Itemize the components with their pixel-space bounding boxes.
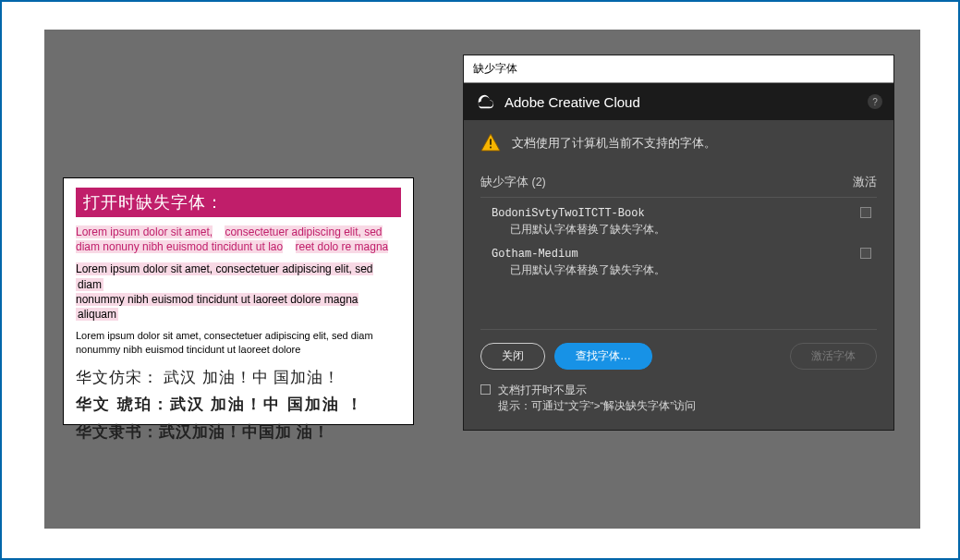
font-status: 已用默认字体替换了缺失字体。 <box>492 263 873 277</box>
missing-count: 缺少字体 (2) <box>480 175 546 190</box>
cc-title: Adobe Creative Cloud <box>504 94 640 110</box>
warning-row: 文档使用了计算机当前不支持的字体。 <box>480 133 877 154</box>
activate-checkbox[interactable] <box>860 248 871 259</box>
font-item[interactable]: BodoniSvtyTwoITCTT-Book 已用默认字体替换了缺失字体。 <box>480 203 877 244</box>
close-button[interactable]: 关闭 <box>480 343 545 370</box>
activate-checkbox[interactable] <box>860 207 871 218</box>
activate-col: 激活 <box>853 175 877 190</box>
font-name: BodoniSvtyTwoITCTT-Book <box>492 207 873 220</box>
warning-text: 文档使用了计算机当前不支持的字体。 <box>512 136 716 152</box>
para-2: Lorem ipsum dolor sit amet, consectetuer… <box>76 262 401 322</box>
font-status: 已用默认字体替换了缺失字体。 <box>492 223 873 237</box>
activate-fonts-button: 激活字体 <box>790 343 877 370</box>
help-icon[interactable]: ? <box>868 94 882 109</box>
font-list: BodoniSvtyTwoITCTT-Book 已用默认字体替换了缺失字体。 G… <box>480 197 877 285</box>
creative-cloud-bar: Adobe Creative Cloud ? <box>464 83 893 120</box>
document-preview: 打开时缺失字体： Lorem ipsum dolor sit amet, con… <box>63 177 414 425</box>
cjk-line-1: 华文仿宋： 武汉 加油！中 国加油！ <box>76 366 401 390</box>
dialog-title: 缺少字体 <box>464 55 893 83</box>
svg-rect-1 <box>490 147 492 149</box>
font-list-header: 缺少字体 (2) 激活 <box>480 175 877 190</box>
font-name: Gotham-Medium <box>492 248 873 261</box>
cjk-line-3: 华文隶书：武汉加油！中国加 油！ <box>76 420 401 444</box>
divider <box>480 329 877 330</box>
para-3: Lorem ipsum dolor sit amet, consectetuer… <box>76 329 401 357</box>
font-item[interactable]: Gotham-Medium 已用默认字体替换了缺失字体。 <box>480 244 877 285</box>
dont-show-checkbox[interactable] <box>480 384 491 395</box>
para-1: Lorem ipsum dolor sit amet, consectetuer… <box>76 225 401 254</box>
find-fonts-button[interactable]: 查找字体… <box>554 343 652 370</box>
creative-cloud-icon <box>475 91 495 112</box>
cjk-line-2: 华文 琥珀：武汉 加油！中 国加油 ！ <box>76 393 401 417</box>
hint-text: 提示：可通过“文字”>“解决缺失字体”访问 <box>498 398 696 414</box>
warning-icon <box>480 133 501 154</box>
missing-fonts-dialog: 缺少字体 Adobe Creative Cloud ? 文档使用了计算机当前不支… <box>463 55 894 431</box>
svg-rect-0 <box>490 139 492 144</box>
dont-show-label: 文档打开时不显示 <box>498 383 696 398</box>
doc-heading: 打开时缺失字体： <box>76 188 401 217</box>
